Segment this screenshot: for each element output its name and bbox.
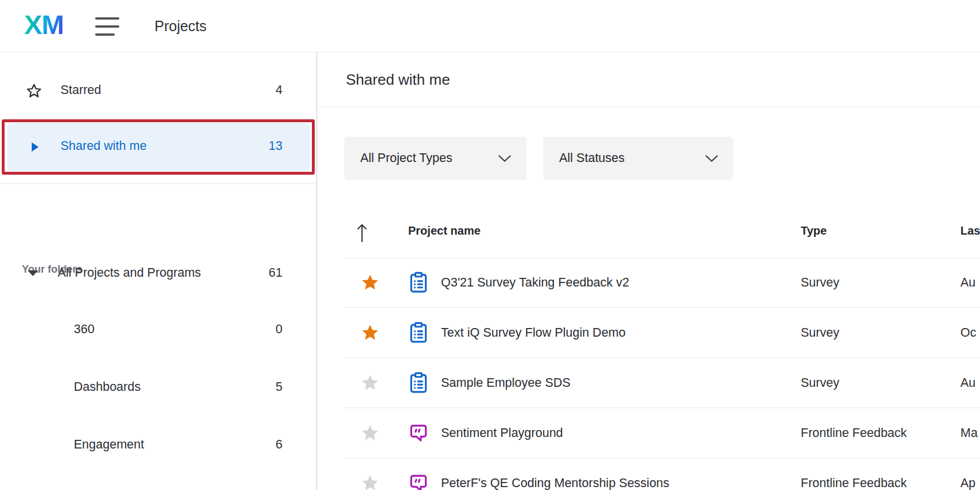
column-header-project-name[interactable]: Project name <box>408 224 481 238</box>
star-filled-icon[interactable] <box>360 323 380 342</box>
survey-clipboard-icon <box>408 322 429 344</box>
project-type-cell: Survey <box>801 326 839 340</box>
table-row[interactable]: Text iQ Survey Flow Plugin Demo Survey O… <box>345 308 980 358</box>
top-bar: XM Projects <box>0 0 980 52</box>
project-type-cell: Survey <box>801 376 839 390</box>
caret-right-icon[interactable] <box>32 142 39 152</box>
folder-label: 360 <box>74 322 95 337</box>
content-heading: Shared with me <box>346 52 450 107</box>
chevron-down-icon <box>705 154 718 163</box>
star-filled-icon[interactable] <box>360 273 380 292</box>
sidebar-item-starred[interactable]: Starred 4 <box>0 73 317 110</box>
project-name-link[interactable]: Q3'21 Survey Taking Feedback v2 <box>441 276 629 290</box>
project-name-link[interactable]: Sentiment Playground <box>441 426 563 440</box>
filter-label: All Statuses <box>559 151 625 165</box>
project-name-link[interactable]: Sample Employee SDS <box>441 376 571 390</box>
project-last-modified-cell: Oc <box>960 326 976 340</box>
project-last-modified-cell: Ma <box>960 426 978 440</box>
sidebar-folder-engagement[interactable]: Engagement 6 <box>0 428 317 461</box>
star-filled-icon[interactable] <box>360 423 380 443</box>
project-name-link[interactable]: PeterF's QE Coding Mentorship Sessions <box>441 476 669 490</box>
page-title: Projects <box>154 0 206 52</box>
sort-ascending-icon[interactable] <box>356 223 368 243</box>
survey-clipboard-icon <box>408 372 429 394</box>
sidebar: Starred 4 Shared with me 13 Your folders… <box>0 52 317 490</box>
table-header-row: Project name Type Las <box>318 208 980 258</box>
star-filled-icon[interactable] <box>360 373 380 393</box>
main-content: Shared with me All Project Types All Sta… <box>318 52 980 490</box>
projects-app-window: XM Projects Starred 4 Shared with me 13 … <box>0 0 980 490</box>
survey-clipboard-icon <box>408 272 429 293</box>
sidebar-item-label: Shared with me <box>61 139 146 153</box>
project-type-cell: Frontline Feedback <box>801 426 907 440</box>
folder-label: All Projects and Programs <box>58 266 201 280</box>
chevron-down-icon <box>498 154 511 163</box>
sidebar-folder-all-projects[interactable]: All Projects and Programs 61 <box>0 257 317 289</box>
project-types-filter-dropdown[interactable]: All Project Types <box>344 137 526 180</box>
hamburger-menu-icon[interactable] <box>95 17 119 36</box>
sidebar-folder-dashboards[interactable]: Dashboards 5 <box>0 371 317 403</box>
sidebar-section-divider <box>0 183 317 184</box>
folder-count: 0 <box>276 322 282 337</box>
folder-count: 6 <box>276 438 282 452</box>
column-header-type[interactable]: Type <box>801 224 827 238</box>
statuses-filter-dropdown[interactable]: All Statuses <box>543 137 733 180</box>
sidebar-item-label: Starred <box>61 83 101 97</box>
xm-logo[interactable]: XM <box>24 9 64 40</box>
caret-down-icon[interactable] <box>28 270 38 276</box>
sidebar-folder-360[interactable]: 360 0 <box>0 313 317 345</box>
project-name-link[interactable]: Text iQ Survey Flow Plugin Demo <box>441 326 625 340</box>
sidebar-item-count: 4 <box>276 83 282 97</box>
folder-count: 5 <box>276 380 282 394</box>
project-type-cell: Frontline Feedback <box>801 476 907 490</box>
folder-label: Dashboards <box>74 380 141 394</box>
folder-count: 61 <box>269 266 282 280</box>
content-header: Shared with me <box>318 52 980 107</box>
project-type-cell: Survey <box>801 276 839 290</box>
table-row[interactable]: Q3'21 Survey Taking Feedback v2 Survey A… <box>345 258 980 308</box>
frontline-feedback-bubble-icon <box>408 472 429 490</box>
folder-label: Engagement <box>74 438 144 452</box>
column-header-last-modified[interactable]: Las <box>960 224 980 238</box>
star-filled-icon[interactable] <box>360 473 380 490</box>
project-last-modified-cell: Ap <box>960 476 975 490</box>
table-row[interactable]: Sample Employee SDS Survey Au <box>345 358 980 408</box>
star-outline-icon <box>25 82 43 100</box>
filter-label: All Project Types <box>360 151 453 165</box>
sidebar-item-count: 13 <box>269 139 282 153</box>
project-last-modified-cell: Au <box>960 276 975 290</box>
sidebar-item-shared-with-me[interactable]: Shared with me 13 <box>7 123 310 171</box>
project-last-modified-cell: Au <box>960 376 975 390</box>
frontline-feedback-bubble-icon <box>408 422 429 444</box>
table-row[interactable]: PeterF's QE Coding Mentorship Sessions F… <box>345 458 980 490</box>
table-row[interactable]: Sentiment Playground Frontline Feedback … <box>345 408 980 458</box>
